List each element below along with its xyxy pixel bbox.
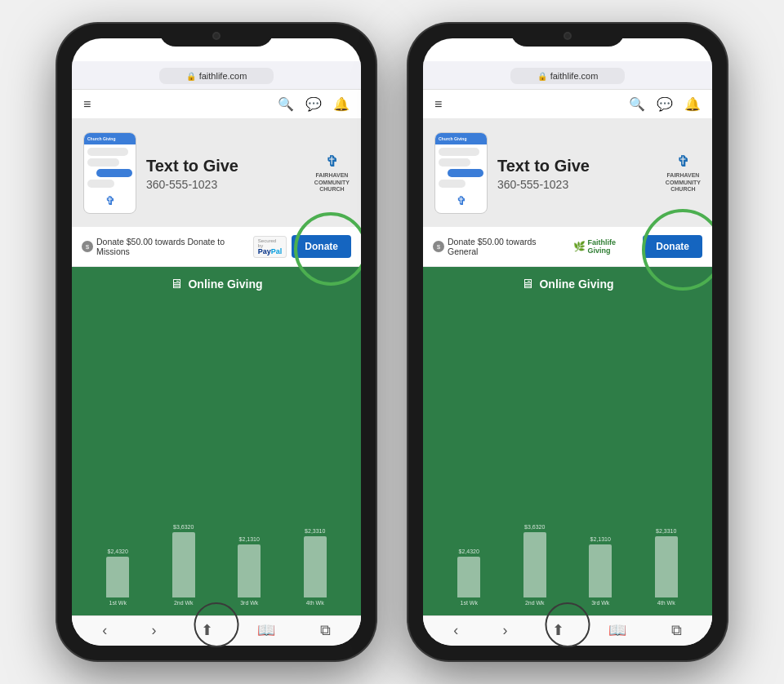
search-icon-left[interactable]: 🔍 — [278, 96, 294, 112]
tabs-btn-right[interactable]: ⧉ — [671, 622, 682, 639]
ttg-preview-right: Church Giving ✞ — [434, 132, 488, 214]
ttg-title-right: Text to Give — [497, 156, 656, 175]
donate-text-right: $ Donate $50.00 towards General — [433, 237, 567, 256]
donate-button-right[interactable]: Donate — [643, 235, 702, 258]
bar-3-left — [238, 544, 261, 597]
bubble4-left — [87, 180, 114, 188]
back-btn-left[interactable]: ‹ — [102, 622, 107, 639]
bubble1-left — [87, 148, 128, 156]
faithlife-badge-right: 🌿 Faithlife Giving — [573, 238, 639, 255]
nav-right-left: 🔍 💬 🔔 — [278, 96, 350, 112]
donate-label-right: Donate $50.00 towards General — [448, 237, 567, 256]
bell-icon-right[interactable]: 🔔 — [684, 96, 701, 112]
url-text-right: faithlife.com — [550, 71, 599, 81]
og-title-text-left: Online Giving — [188, 278, 262, 291]
ttg-title-left: Text to Give — [146, 156, 305, 175]
donate-row-left: $ Donate $50.00 towards Donate to Missio… — [72, 227, 361, 267]
browser-bar-right: 🔒 faithlife.com — [423, 61, 712, 90]
ttg-logo-name-right: FAIRHAVENCOMMUNITYCHURCH — [666, 172, 701, 193]
bar-group-2-left: $3,6320 2nd Wk — [172, 524, 195, 606]
bubble3-left — [96, 169, 132, 177]
bar-group-3-left: $2,1310 3rd Wk — [238, 536, 261, 606]
bookmarks-btn-left[interactable]: 📖 — [257, 621, 275, 639]
ttg-info-right: Text to Give 360-555-1023 — [497, 156, 656, 191]
chart-area-right: $2,4320 1st Wk $3,6320 2nd Wk $2,1310 3r… — [433, 301, 702, 606]
ttg-preview-header-left: Church Giving — [84, 133, 136, 144]
url-bar-left[interactable]: 🔒 faithlife.com — [159, 68, 274, 84]
donate-right-left: Secured by PayPal Donate — [253, 235, 351, 258]
forward-btn-left[interactable]: › — [152, 622, 157, 639]
nav-bar-right: ≡ 🔍 💬 🔔 — [423, 90, 712, 119]
bar-1-right — [457, 557, 480, 597]
ttg-logo-name-left: FAIRHAVENCOMMUNITYCHURCH — [314, 172, 350, 193]
og-title-right: 🖥 Online Giving — [433, 277, 702, 291]
text-to-give-left: Church Giving ✞ Text to Give 360-555-102… — [72, 119, 361, 227]
chat-icon-right[interactable]: 💬 — [657, 96, 673, 112]
donate-right-right: 🌿 Faithlife Giving Donate — [573, 235, 702, 258]
bar-amount-2-left: $3,6320 — [173, 524, 194, 530]
bar-amount-4-left: $2,3310 — [305, 528, 325, 534]
phone-shell-right: 🔒 faithlife.com ≡ 🔍 💬 🔔 C — [408, 24, 727, 660]
url-bar-right[interactable]: 🔒 faithlife.com — [510, 68, 625, 84]
bar-4-right — [655, 536, 678, 597]
bar-2-right — [523, 532, 546, 597]
bar-label-3-right: 3rd Wk — [591, 600, 609, 606]
bubble3-right — [448, 169, 483, 177]
home-button-left[interactable] — [194, 602, 239, 647]
og-title-text-right: Online Giving — [539, 278, 613, 291]
tabs-btn-left[interactable]: ⧉ — [320, 622, 331, 639]
dollar-icon-right: $ — [433, 241, 444, 252]
ttg-header-text-left: Church Giving — [87, 136, 115, 141]
forward-btn-right[interactable]: › — [503, 622, 508, 639]
ttg-preview-body-left — [84, 144, 136, 191]
lock-icon-left: 🔒 — [186, 72, 196, 81]
chart-area-left: $2,4320 1st Wk $3,6320 2nd Wk $2,1310 3r… — [82, 301, 351, 606]
nav-left-right: ≡ — [434, 97, 442, 112]
donate-label-left: Donate $50.00 towards Donate to Missions — [96, 237, 247, 256]
bar-label-4-left: 4th Wk — [306, 600, 324, 606]
back-btn-right[interactable]: ‹ — [453, 622, 458, 639]
phone-screen-right: 🔒 faithlife.com ≡ 🔍 💬 🔔 C — [423, 38, 712, 646]
donate-text-left: $ Donate $50.00 towards Donate to Missio… — [82, 237, 247, 256]
paypal-badge-left: Secured by PayPal — [253, 236, 287, 258]
bar-label-2-left: 2nd Wk — [174, 600, 194, 606]
ttg-number-right: 360-555-1023 — [497, 178, 656, 191]
bar-group-2-right: $3,6320 2nd Wk — [523, 524, 546, 606]
cross-icon-right: ✞ — [457, 194, 466, 207]
camera-left — [212, 32, 220, 40]
og-title-left: 🖥 Online Giving — [82, 277, 351, 291]
search-icon-right[interactable]: 🔍 — [629, 96, 645, 112]
bar-label-1-left: 1st Wk — [109, 600, 127, 606]
faithlife-leaf-icon: 🌿 — [573, 241, 586, 252]
bar-label-4-right: 4th Wk — [657, 600, 675, 606]
ttg-logo-left: ✞ FAIRHAVENCOMMUNITYCHURCH — [314, 153, 350, 193]
nav-left-left: ≡ — [83, 97, 91, 112]
bar-amount-3-left: $2,1310 — [239, 536, 260, 542]
bubble2-right — [439, 158, 470, 167]
lock-icon-right: 🔒 — [537, 72, 547, 81]
phone-shell-left: 🔒 faithlife.com ≡ 🔍 💬 🔔 C — [57, 24, 376, 660]
bookmarks-btn-right[interactable]: 📖 — [608, 621, 626, 639]
paypal-text-left: PayPal — [258, 248, 283, 255]
camera-right — [564, 32, 572, 40]
home-button-right[interactable] — [546, 602, 590, 647]
bell-icon-left[interactable]: 🔔 — [333, 96, 350, 112]
cross-icon-left: ✞ — [105, 194, 115, 207]
bubble4-right — [439, 180, 466, 188]
dollar-icon-left: $ — [82, 241, 93, 252]
chat-icon-left[interactable]: 💬 — [305, 96, 322, 112]
ttg-bottom-right: ✞ — [435, 194, 487, 207]
bubble1-right — [439, 148, 479, 156]
bubble2-left — [87, 158, 119, 167]
donate-button-left[interactable]: Donate — [292, 235, 351, 258]
menu-icon-left[interactable]: ≡ — [83, 97, 91, 112]
ttg-info-left: Text to Give 360-555-1023 — [146, 156, 305, 191]
ttg-preview-body-right — [435, 144, 487, 191]
monitor-icon-right: 🖥 — [521, 277, 534, 291]
bar-amount-1-right: $2,4320 — [459, 549, 479, 554]
online-giving-left: 🖥 Online Giving $2,4320 1st Wk $3,6320 2… — [72, 267, 361, 615]
ttg-preview-left: Church Giving ✞ — [83, 132, 136, 214]
donate-row-right: $ Donate $50.00 towards General 🌿 Faithl… — [423, 227, 712, 267]
menu-icon-right[interactable]: ≡ — [434, 97, 442, 112]
bar-amount-3-right: $2,1310 — [590, 536, 611, 542]
